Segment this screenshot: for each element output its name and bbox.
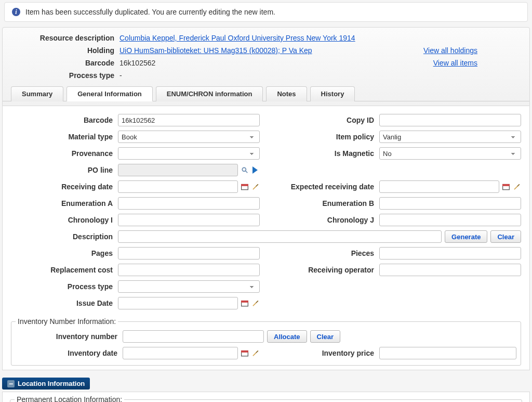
barcode-header-value: 16k102562 <box>119 59 155 67</box>
provenance-label: Provenance <box>11 149 118 158</box>
permanent-location-legend: Permanent Location Information: <box>15 395 124 402</box>
replacement-cost-input[interactable] <box>118 264 260 276</box>
process-type-select[interactable] <box>118 280 260 293</box>
inventory-date-label: Inventory date <box>16 349 123 357</box>
barcode-label: Barcode <box>11 116 118 124</box>
calendar-icon[interactable] <box>240 182 249 191</box>
location-information-title: Location Information <box>18 380 85 387</box>
tab-history[interactable]: History <box>310 86 355 101</box>
location-information-panel: Permanent Location Information: Permanen… <box>2 392 530 402</box>
po-line-input[interactable] <box>118 164 238 176</box>
inventory-number-fieldset: Inventory Number Information: Inventory … <box>11 317 521 366</box>
chronology-i-label: Chronology I <box>11 216 118 224</box>
svg-marker-2 <box>252 166 258 174</box>
pieces-label: Pieces <box>272 249 379 257</box>
calendar-icon[interactable] <box>501 182 511 191</box>
enumeration-b-label: Enumeration B <box>272 199 379 208</box>
expected-receiving-date-label: Expected receiving date <box>272 183 379 191</box>
resource-description-link[interactable]: Columbia Keppel, Frederick Paul Oxford U… <box>119 34 355 42</box>
item-policy-label: Item policy <box>272 133 379 141</box>
allocate-button[interactable]: Allocate <box>267 330 307 343</box>
expected-receiving-date-input[interactable] <box>379 180 499 193</box>
item-policy-select[interactable]: Vanlig <box>379 131 521 143</box>
broom-icon[interactable] <box>250 348 260 358</box>
svg-rect-13 <box>242 351 248 353</box>
inventory-price-input[interactable] <box>379 347 516 359</box>
pieces-input[interactable] <box>379 247 521 260</box>
material-type-label: Material type <box>11 133 118 141</box>
view-all-items-link[interactable]: View all items <box>433 59 477 67</box>
issue-date-input[interactable] <box>118 297 238 309</box>
svg-rect-7 <box>503 185 510 186</box>
svg-line-8 <box>517 184 520 186</box>
inventory-number-input[interactable] <box>123 330 264 343</box>
location-information-header[interactable]: − Location Information <box>2 378 90 390</box>
svg-line-1 <box>246 171 248 173</box>
inventory-date-input[interactable] <box>123 347 238 359</box>
item-header: Resource description Columbia Keppel, Fr… <box>2 27 530 106</box>
info-bar: i Item has been successfully duplicated.… <box>4 2 528 22</box>
is-magnetic-label: Is Magnetic <box>272 149 379 158</box>
material-type-select[interactable]: Book <box>118 131 260 143</box>
broom-icon[interactable] <box>250 299 260 308</box>
svg-point-0 <box>242 167 246 171</box>
description-label: Description <box>11 232 118 241</box>
enumeration-a-label: Enumeration A <box>11 199 118 208</box>
chronology-j-input[interactable] <box>379 214 521 226</box>
replacement-cost-label: Replacement cost <box>11 266 118 274</box>
pages-label: Pages <box>11 249 118 257</box>
tabs: Summary General Information ENUM/CHRON i… <box>3 86 529 101</box>
chronology-i-input[interactable] <box>118 214 260 226</box>
clear-inventory-button[interactable]: Clear <box>310 330 341 343</box>
calendar-icon[interactable] <box>240 299 249 308</box>
view-all-holdings-link[interactable]: View all holdings <box>423 46 477 55</box>
search-icon[interactable] <box>240 165 249 175</box>
description-input[interactable] <box>118 230 442 243</box>
copy-id-label: Copy ID <box>272 116 379 124</box>
generate-button[interactable]: Generate <box>445 230 487 243</box>
inventory-number-legend: Inventory Number Information: <box>16 317 118 326</box>
barcode-input[interactable] <box>118 114 260 126</box>
barcode-header-label: Barcode <box>18 59 119 67</box>
holding-label: Holding <box>18 46 119 55</box>
go-arrow-icon[interactable] <box>250 165 260 175</box>
chronology-j-label: Chronology J <box>272 216 379 224</box>
enumeration-a-input[interactable] <box>118 197 260 210</box>
collapse-icon: − <box>7 380 15 387</box>
receiving-date-label: Receiving date <box>11 183 118 191</box>
is-magnetic-select[interactable]: No <box>379 147 521 160</box>
pages-input[interactable] <box>118 247 260 260</box>
copy-id-input[interactable] <box>379 114 521 126</box>
inventory-number-label: Inventory number <box>16 332 123 341</box>
info-message: Item has been successfully duplicated. Y… <box>25 8 275 16</box>
enumeration-b-input[interactable] <box>379 197 521 210</box>
svg-rect-4 <box>242 185 248 186</box>
issue-date-label: Issue Date <box>11 299 118 307</box>
receiving-operator-label: Receiving operator <box>272 266 379 274</box>
general-information-form: Barcode Copy ID Material type Book Item … <box>2 106 530 370</box>
receiving-date-input[interactable] <box>118 180 238 193</box>
process-type-header-label: Process type <box>18 71 119 80</box>
permanent-location-fieldset: Permanent Location Information: Permanen… <box>10 395 522 402</box>
tab-notes[interactable]: Notes <box>266 86 307 101</box>
resource-description-label: Resource description <box>18 34 119 42</box>
process-type-label: Process type <box>11 282 118 291</box>
broom-icon[interactable] <box>250 182 260 191</box>
svg-line-11 <box>256 301 258 303</box>
calendar-icon[interactable] <box>240 348 249 358</box>
tab-enum-chron[interactable]: ENUM/CHRON information <box>156 86 263 101</box>
svg-line-14 <box>256 351 258 353</box>
broom-icon[interactable] <box>512 182 521 191</box>
provenance-select[interactable] <box>118 147 260 160</box>
receiving-operator-input[interactable] <box>379 264 521 276</box>
po-line-label: PO line <box>11 166 118 174</box>
tab-general-information[interactable]: General Information <box>66 86 153 101</box>
inventory-price-label: Inventory price <box>272 349 379 357</box>
svg-rect-10 <box>242 301 248 303</box>
info-icon: i <box>12 8 20 16</box>
svg-line-5 <box>256 184 258 186</box>
tab-summary[interactable]: Summary <box>11 86 63 101</box>
clear-description-button[interactable]: Clear <box>490 230 521 243</box>
holding-link[interactable]: UiO HumSam-biblioteket: UHS Mag315 (k000… <box>119 46 312 55</box>
process-type-header-value: - <box>119 71 122 80</box>
